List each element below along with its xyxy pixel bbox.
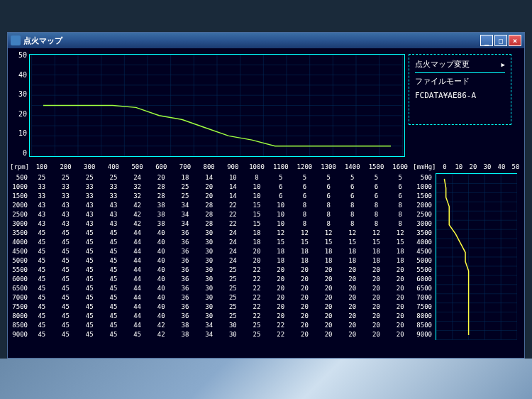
chart-y-ticks: 50403020100 — [11, 52, 27, 157]
window-title: 点火マップ — [23, 35, 62, 46]
table-row[interactable]: 4000454545454440363024181515151515154000 — [10, 238, 432, 247]
info-panel: 点火マップ変更 ▶ ファイルモード FCDATA¥AE86-A — [409, 54, 511, 125]
table-row[interactable]: 6000454545454440363025222020202020206000 — [10, 275, 432, 284]
table-row[interactable]: 1000333333333228252014106666661000 — [10, 182, 432, 192]
table-row[interactable]: 7500454545454440363025222020202020207500 — [10, 302, 432, 312]
minimize-button[interactable]: _ — [480, 35, 493, 46]
table-row[interactable]: 25004343434342383428221510888882500 — [10, 210, 432, 219]
table-row[interactable]: 4500454545454440363024201818181818184500 — [10, 247, 432, 256]
table-row[interactable]: 9000454545454542383430252220202020209000 — [10, 330, 432, 339]
table-row[interactable]: 30004343434342383428221510888883000 — [10, 219, 432, 229]
table-row[interactable]: 5500454545454440363025222020202020205500 — [10, 266, 432, 275]
table-row[interactable]: 5000454545454440363024201818181818185000 — [10, 256, 432, 266]
dropdown-arrow-icon[interactable]: ▶ — [501, 61, 505, 68]
desktop-background — [0, 359, 532, 399]
table-row[interactable]: 7000454545454440363025222020202020207000 — [10, 293, 432, 302]
file-mode-label: ファイルモード — [415, 76, 505, 87]
table-row[interactable]: 6500454545454440363025222020202020206500 — [10, 284, 432, 293]
table-row[interactable]: 20004343434342383428221510888882000 — [10, 201, 432, 210]
table-row[interactable]: 3500454545454440363024181212121212123500 — [10, 229, 432, 238]
file-name: FCDATA¥AE86-A — [415, 91, 505, 100]
titlebar[interactable]: 点火マップ _ □ × — [8, 33, 524, 48]
side-chart-header: [mmHg]01020304050 — [413, 163, 523, 170]
maximize-button[interactable]: □ — [494, 35, 507, 46]
side-chart — [436, 173, 517, 340]
ignition-map-window: 点火マップ _ □ × 50403020100 点火マップ変更 ▶ ファイルモー… — [7, 32, 525, 359]
change-map-label[interactable]: 点火マップ変更 — [415, 59, 470, 70]
app-icon — [11, 35, 21, 45]
table-row[interactable]: 1500333333333228252014106666661500 — [10, 192, 432, 201]
table-row[interactable]: 8000454545454440363025222020202020208000 — [10, 312, 432, 321]
close-button[interactable]: × — [509, 35, 521, 46]
table-row[interactable]: 5002525252524201814108555555500 — [10, 173, 432, 182]
table-column-header: [rpm]10020030040050060070080090010001100… — [10, 163, 412, 170]
main-chart — [29, 54, 405, 157]
table-row[interactable]: 8500454545454442383430252220202020208500 — [10, 321, 432, 330]
ignition-table[interactable]: 5002525252524201814108555555500100033333… — [10, 173, 432, 339]
